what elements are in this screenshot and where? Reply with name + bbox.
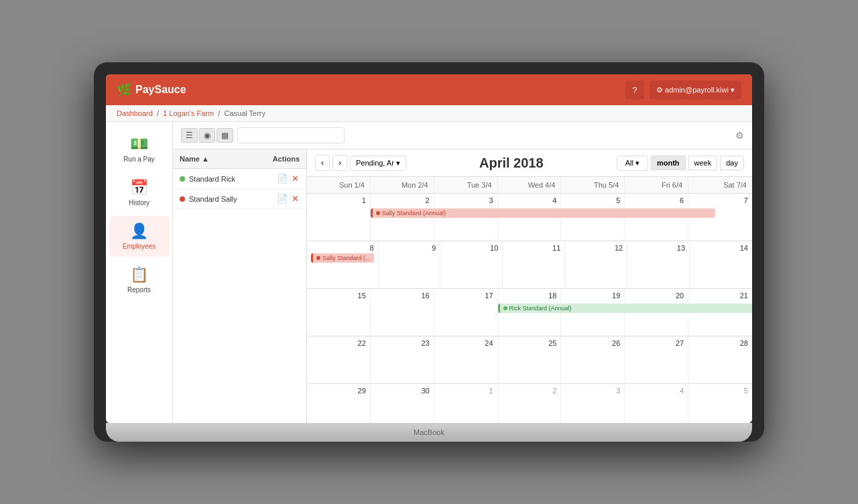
cal-cell[interactable]: 13 bbox=[627, 241, 690, 288]
cal-cell[interactable]: 29 bbox=[307, 384, 371, 423]
cal-prev-btn[interactable]: ‹ bbox=[315, 155, 330, 171]
day-header-thu: Thu 5/4 bbox=[561, 177, 625, 193]
calendar-nav: ‹ › Pending, Ar ▾ bbox=[315, 155, 406, 171]
day-header-sun: Sun 1/4 bbox=[307, 177, 371, 193]
calendar-header: ‹ › Pending, Ar ▾ April 2018 All ▾ month… bbox=[307, 149, 752, 177]
breadcrumb-dashboard[interactable]: Dashboard bbox=[117, 109, 153, 117]
employee-row[interactable]: Standard Sally 📄 ✕ bbox=[173, 189, 306, 209]
sidebar-item-history[interactable]: 📅 History bbox=[109, 172, 170, 213]
employee-name: Standard Sally bbox=[189, 195, 237, 203]
cal-cell[interactable]: 23 bbox=[371, 336, 434, 383]
day-header-wed: Wed 4/4 bbox=[498, 177, 562, 193]
brand-icon: 🌿 bbox=[117, 82, 131, 97]
cal-cell[interactable]: 25 bbox=[498, 336, 562, 383]
cal-filter-all-btn[interactable]: All ▾ bbox=[617, 155, 648, 171]
calendar-icon: 📅 bbox=[130, 179, 148, 196]
cal-cell[interactable]: 8 Sally Standard (... bbox=[307, 241, 379, 288]
cal-cell[interactable]: 9 bbox=[379, 241, 441, 288]
brand-name: PaySauce bbox=[135, 84, 186, 96]
user-menu-button[interactable]: ⚙ admin@payroll.kiwi ▾ bbox=[650, 80, 741, 99]
sidebar: 💵 Run a Pay 📅 History 👤 Employees 📋 Repo… bbox=[106, 122, 173, 423]
sidebar-item-employees-label: Employees bbox=[123, 243, 156, 250]
cal-week-4: 22 23 24 25 26 27 28 bbox=[307, 336, 752, 384]
cal-cell[interactable]: 5 bbox=[688, 384, 752, 423]
cal-cell[interactable]: 27 bbox=[625, 336, 688, 383]
employee-list-header: Name ▲ Actions bbox=[173, 149, 306, 169]
cal-cell[interactable]: 11 bbox=[503, 241, 565, 288]
day-header-tue: Tue 3/4 bbox=[434, 177, 498, 193]
cal-cell[interactable]: 18 Rick Standard (Annual) bbox=[498, 289, 562, 336]
sidebar-item-employees[interactable]: 👤 Employees bbox=[109, 216, 170, 257]
cal-cell[interactable]: 24 bbox=[434, 336, 498, 383]
brand: 🌿 PaySauce bbox=[117, 82, 186, 97]
employee-name: Standard Rick bbox=[189, 175, 235, 183]
cal-day-btn[interactable]: day bbox=[720, 155, 744, 170]
actions-column-header: Actions bbox=[273, 155, 300, 163]
cal-cell[interactable]: 14 bbox=[690, 241, 752, 288]
status-dot-red bbox=[180, 196, 185, 202]
cal-cell[interactable]: 15 bbox=[307, 289, 371, 336]
status-dot-green bbox=[180, 176, 185, 182]
cal-week-btn[interactable]: week bbox=[688, 155, 718, 170]
breadcrumb-farm[interactable]: 1 Logan's Farm bbox=[163, 109, 214, 117]
search-input[interactable] bbox=[237, 127, 345, 143]
laptop-label: MacBook bbox=[414, 428, 444, 436]
help-button[interactable]: ? bbox=[625, 80, 644, 99]
card-view-btn[interactable]: ▦ bbox=[217, 128, 233, 143]
cal-week-1: 1 2 Sally Standard (Annual) bbox=[307, 194, 752, 241]
breadcrumb: Dashboard / 1 Logan's Farm / Casual Terr… bbox=[106, 105, 752, 122]
employee-delete-btn[interactable]: ✕ bbox=[291, 194, 300, 204]
cal-next-btn[interactable]: › bbox=[332, 155, 347, 171]
cal-cell[interactable]: 16 bbox=[371, 289, 434, 336]
cal-day-headers: Sun 1/4 Mon 2/4 Tue 3/4 Wed 4/4 Thu 5/4 … bbox=[307, 177, 752, 194]
reports-icon: 📋 bbox=[130, 266, 148, 284]
cal-filter-btn[interactable]: Pending, Ar ▾ bbox=[350, 155, 406, 171]
toolbar: ☰ ◉ ▦ ⚙ bbox=[173, 122, 752, 149]
day-header-fri: Fri 6/4 bbox=[625, 177, 688, 193]
cal-cell[interactable]: 12 bbox=[565, 241, 627, 288]
cal-cell[interactable]: 10 bbox=[440, 241, 503, 288]
app-header: 🌿 PaySauce ? ⚙ admin@payroll.kiwi ▾ bbox=[106, 74, 752, 105]
calendar-grid: Sun 1/4 Mon 2/4 Tue 3/4 Wed 4/4 Thu 5/4 … bbox=[307, 177, 752, 423]
cal-week-3: 15 16 17 18 Rick Standard (Annual) bbox=[307, 289, 752, 336]
cal-cell[interactable]: 22 bbox=[307, 336, 371, 383]
cal-view-controls: All ▾ month week day bbox=[617, 155, 744, 171]
employee-row[interactable]: Standard Rick 📄 ✕ bbox=[173, 169, 306, 189]
employee-file-btn[interactable]: 📄 bbox=[276, 194, 288, 204]
toolbar-settings-button[interactable]: ⚙ bbox=[735, 130, 744, 141]
header-right: ? ⚙ admin@payroll.kiwi ▾ bbox=[625, 80, 741, 99]
sidebar-item-history-label: History bbox=[129, 199, 149, 206]
cal-cell[interactable]: 2 bbox=[498, 384, 562, 423]
day-header-mon: Mon 2/4 bbox=[371, 177, 434, 193]
employee-file-btn[interactable]: 📄 bbox=[276, 174, 288, 184]
view-icons: ☰ ◉ ▦ bbox=[181, 128, 233, 143]
employee-delete-btn[interactable]: ✕ bbox=[291, 174, 300, 184]
cal-month-btn[interactable]: month bbox=[651, 155, 686, 170]
cal-cell[interactable]: 1 bbox=[434, 384, 498, 423]
employee-list: Name ▲ Actions Standard Rick 📄 bbox=[173, 149, 307, 423]
cal-week-5: 29 30 1 2 3 4 5 bbox=[307, 384, 752, 423]
grid-view-btn[interactable]: ◉ bbox=[199, 128, 215, 143]
calendar-area: ‹ › Pending, Ar ▾ April 2018 All ▾ month… bbox=[307, 149, 752, 423]
name-column-header: Name ▲ bbox=[180, 155, 209, 163]
cal-cell[interactable]: 4 bbox=[625, 384, 688, 423]
sidebar-item-reports-label: Reports bbox=[127, 286, 151, 294]
calendar-title: April 2018 bbox=[406, 155, 617, 171]
cal-cell[interactable]: 1 bbox=[307, 194, 371, 241]
sidebar-item-run-a-pay[interactable]: 💵 Run a Pay bbox=[109, 129, 170, 170]
breadcrumb-current: Casual Terry bbox=[224, 109, 265, 117]
cal-cell[interactable]: 2 Sally Standard (Annual) bbox=[371, 194, 434, 241]
list-view-btn[interactable]: ☰ bbox=[181, 128, 198, 143]
sidebar-item-run-a-pay-label: Run a Pay bbox=[123, 155, 155, 163]
sidebar-item-reports[interactable]: 📋 Reports bbox=[109, 259, 170, 300]
person-icon: 👤 bbox=[130, 223, 148, 240]
cal-cell[interactable]: 17 bbox=[434, 289, 498, 336]
cal-cell[interactable]: 26 bbox=[561, 336, 625, 383]
dollar-icon: 💵 bbox=[130, 135, 148, 153]
cal-cell[interactable]: 3 bbox=[561, 384, 625, 423]
cal-event[interactable]: Sally Standard (... bbox=[311, 253, 374, 263]
cal-cell[interactable]: 30 bbox=[371, 384, 434, 423]
day-header-sat: Sat 7/4 bbox=[688, 177, 752, 193]
cal-cell[interactable]: 28 bbox=[688, 336, 752, 383]
cal-week-2: 8 Sally Standard (... 9 10 11 bbox=[307, 241, 752, 289]
